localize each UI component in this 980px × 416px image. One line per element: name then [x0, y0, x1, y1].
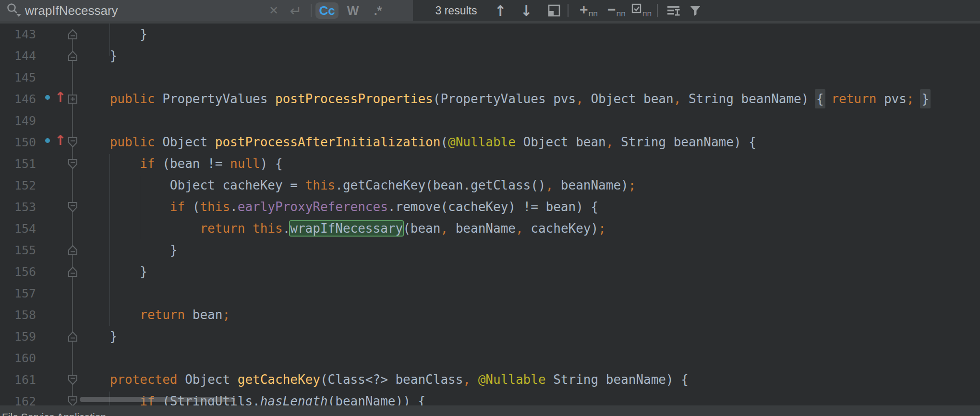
code-line[interactable]: 155 } — [0, 239, 980, 261]
code-line[interactable]: 143 } — [0, 24, 980, 45]
line-number[interactable]: 156 — [0, 265, 37, 279]
next-match-button[interactable]: ↓ — [517, 0, 536, 21]
code-text[interactable]: } — [80, 326, 117, 347]
previous-match-button[interactable]: ↑ — [491, 0, 510, 21]
fold-marker-end[interactable] — [65, 24, 80, 45]
code-text[interactable]: } — [80, 45, 117, 67]
line-number[interactable]: 161 — [0, 373, 37, 387]
code-line[interactable]: 158 return bean; — [0, 304, 980, 326]
horizontal-scrollbar[interactable] — [80, 397, 235, 402]
select-all-occurrences-icon[interactable]: ΠΠ — [628, 0, 655, 21]
line-number[interactable]: 146 — [0, 92, 37, 106]
search-input[interactable]: wrapIfNecessary — [25, 0, 118, 21]
code-token: , — [463, 372, 471, 387]
code-token: String beanName) { — [546, 372, 689, 387]
fold-marker-end[interactable] — [65, 45, 80, 67]
add-occurrence-icon[interactable]: +ΠΠ — [576, 0, 601, 21]
fold-marker-begin[interactable] — [65, 369, 80, 391]
code-token — [80, 92, 110, 106]
newline-icon[interactable]: ↵ — [286, 0, 305, 21]
line-number[interactable]: 149 — [0, 114, 37, 128]
fold-marker-end[interactable] — [65, 261, 80, 283]
fold-marker-begin[interactable] — [65, 153, 80, 175]
fold-marker-begin[interactable] — [65, 196, 80, 218]
line-number[interactable]: 153 — [0, 200, 37, 214]
code-token: } — [80, 48, 117, 63]
code-token: public — [110, 92, 155, 106]
code-line[interactable]: 160 — [0, 347, 980, 369]
code-token: @Nullable — [448, 135, 516, 149]
gutter-icon-slot — [37, 369, 65, 391]
close-icon[interactable]: ✕ — [265, 0, 282, 21]
fold-marker-end[interactable] — [65, 239, 80, 261]
code-text[interactable]: protected Object getCacheKey(Class<?> be… — [80, 369, 689, 391]
filter-icon[interactable] — [686, 0, 705, 21]
line-number[interactable]: 143 — [0, 27, 37, 41]
line-number[interactable]: 154 — [0, 222, 37, 236]
code-text[interactable]: } — [80, 239, 178, 261]
code-line[interactable]: 146↑ public PropertyValues postProcessPr… — [0, 88, 980, 110]
code-line[interactable]: 156 } — [0, 261, 980, 283]
remove-occurrence-icon[interactable]: −ΠΠ — [604, 0, 629, 21]
code-line[interactable]: 145 — [0, 67, 980, 88]
code-line[interactable]: 159 } — [0, 326, 980, 347]
code-text[interactable]: if (bean != null) { — [80, 153, 283, 175]
code-text[interactable]: Object cacheKey = this.getCacheKey(bean.… — [80, 175, 636, 196]
overrides-method-icon[interactable]: ↑ — [37, 88, 65, 110]
overrides-method-icon[interactable]: ↑ — [37, 131, 65, 153]
bottom-panel: File Service Application — [0, 405, 980, 416]
code-token: this — [200, 200, 230, 214]
fold-marker-begin[interactable] — [65, 131, 80, 153]
code-token: Object — [178, 372, 238, 387]
line-number[interactable]: 155 — [0, 243, 37, 257]
code-line[interactable]: 144 } — [0, 45, 980, 67]
code-line[interactable]: 149 — [0, 110, 980, 131]
code-line[interactable]: 151 if (bean != null) { — [0, 153, 980, 175]
code-text[interactable]: } — [80, 24, 147, 45]
line-number[interactable]: 150 — [0, 135, 37, 149]
line-number[interactable]: 152 — [0, 178, 37, 192]
line-number[interactable]: 151 — [0, 157, 37, 171]
line-number[interactable]: 144 — [0, 49, 37, 63]
line-number[interactable]: 157 — [0, 286, 37, 300]
code-line[interactable]: 153 if (this.earlyProxyReferences.remove… — [0, 196, 980, 218]
code-token: return — [140, 308, 185, 322]
code-token: if — [170, 200, 185, 214]
code-token: postProcessProperties — [275, 92, 433, 106]
gutter-icon-slot — [37, 326, 65, 347]
code-token: earlyProxyReferences — [238, 200, 388, 214]
code-line[interactable]: 150↑ public Object postProcessAfterIniti… — [0, 131, 980, 153]
line-number[interactable]: 160 — [0, 351, 37, 365]
words-toggle[interactable]: W — [342, 0, 364, 21]
fold-marker-slot — [65, 175, 80, 196]
open-in-find-window-icon[interactable] — [545, 0, 563, 21]
code-line[interactable]: 152 Object cacheKey = this.getCacheKey(b… — [0, 175, 980, 196]
code-text[interactable]: if (this.earlyProxyReferences.remove(cac… — [80, 196, 598, 218]
code-token — [80, 200, 170, 214]
regex-toggle[interactable]: .* — [367, 0, 389, 21]
code-text[interactable]: return bean; — [80, 304, 230, 326]
code-line[interactable]: 154 return this.wrapIfNecessary(bean, be… — [0, 218, 980, 239]
line-number[interactable]: 159 — [0, 330, 37, 344]
match-case-toggle[interactable]: Cc — [315, 2, 339, 19]
search-icon[interactable] — [5, 0, 23, 21]
code-line[interactable]: 157 — [0, 283, 980, 304]
code-text[interactable]: } — [80, 261, 147, 283]
code-token: Object — [155, 135, 215, 149]
line-number[interactable]: 145 — [0, 71, 37, 84]
code-line[interactable]: 161 protected Object getCacheKey(Class<?… — [0, 369, 980, 391]
search-options-icon[interactable] — [664, 0, 685, 21]
toolbar-separator — [311, 4, 312, 17]
gutter-icon-slot — [37, 218, 65, 239]
code-token: , — [674, 92, 681, 106]
code-token: return — [200, 221, 245, 236]
fold-marker-collapsed[interactable] — [65, 88, 80, 110]
code-text[interactable]: return this.wrapIfNecessary(bean, beanNa… — [80, 218, 606, 239]
code-token: beanName — [448, 221, 516, 236]
fold-marker-slot — [65, 347, 80, 369]
code-token — [80, 156, 140, 171]
fold-marker-end[interactable] — [65, 326, 80, 347]
code-text[interactable]: public PropertyValues postProcessPropert… — [80, 88, 929, 110]
code-text[interactable]: public Object postProcessAfterInitializa… — [80, 131, 756, 153]
line-number[interactable]: 158 — [0, 308, 37, 322]
